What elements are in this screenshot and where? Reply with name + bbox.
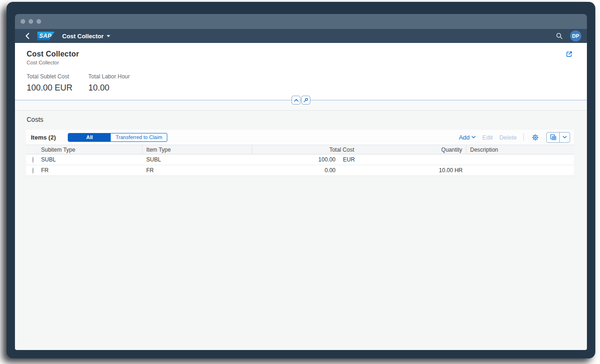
pin-icon xyxy=(303,98,308,103)
kpi-value: 10.00 xyxy=(88,83,130,93)
costs-section: Costs Items (2) All Transferred to Claim… xyxy=(15,111,587,350)
cell-total-cost: 0.00 xyxy=(252,165,339,175)
avatar[interactable]: DP xyxy=(570,30,581,42)
shell-title-text: Cost Collector xyxy=(62,33,104,40)
row-select-cell xyxy=(26,165,37,175)
page-subtitle: Cost Collector xyxy=(27,60,576,65)
column-header-total-cost[interactable]: Total Cost xyxy=(252,145,358,154)
items-count-label: Items (2) xyxy=(31,134,56,141)
avatar-initials: DP xyxy=(572,33,579,39)
cell-item-type: FR xyxy=(143,165,252,175)
filter-segmented-control: All Transferred to Claim xyxy=(68,133,167,142)
page-title: Cost Collector xyxy=(27,50,576,58)
cell-description xyxy=(466,165,574,175)
kpi-value: 100.00 EUR xyxy=(27,83,72,93)
back-button[interactable] xyxy=(21,31,34,41)
export-menu-button[interactable] xyxy=(559,133,570,142)
chevron-left-icon xyxy=(25,33,29,39)
cell-currency xyxy=(339,165,358,175)
cell-quantity xyxy=(358,154,466,165)
segment-transferred-to-claim[interactable]: Transferred to Claim xyxy=(110,133,167,141)
window-dot[interactable] xyxy=(21,19,25,24)
row-radio-button[interactable] xyxy=(32,168,34,174)
app-title-menu[interactable]: Cost Collector xyxy=(62,33,110,40)
row-select-cell xyxy=(26,154,37,165)
costs-table: Items (2) All Transferred to Claim Add xyxy=(26,130,574,176)
table-header-row: Subitem Type Item Type Total Cost Quanti… xyxy=(26,145,574,154)
cell-currency: EUR xyxy=(339,154,358,165)
share-button[interactable] xyxy=(565,50,573,60)
chevron-down-icon xyxy=(107,35,110,37)
collapse-header-button[interactable] xyxy=(292,96,300,105)
sap-logo-text: SAP xyxy=(39,33,51,39)
sap-logo-icon[interactable]: SAP xyxy=(37,32,55,41)
export-button[interactable] xyxy=(547,133,559,142)
toolbar-separator xyxy=(523,133,524,141)
share-arrow-icon xyxy=(565,50,573,58)
segment-all[interactable]: All xyxy=(68,133,110,141)
cell-quantity: 10.00 HR xyxy=(358,165,466,175)
section-title: Costs xyxy=(27,116,587,123)
search-icon xyxy=(556,33,563,39)
kpi-total-sublet-cost: Total Sublet Cost 100.00 EUR xyxy=(27,73,72,93)
cell-total-cost: 100.00 xyxy=(252,154,339,165)
column-header-subitem-type[interactable]: Subitem Type xyxy=(37,145,143,154)
shell-bar: SAP Cost Collector DP xyxy=(15,29,587,43)
column-header-description[interactable]: Description xyxy=(466,145,574,154)
delete-button[interactable]: Delete xyxy=(499,134,517,141)
gear-icon xyxy=(532,134,539,141)
window-titlebar xyxy=(15,14,587,29)
page-content: Cost Collector Cost Collector Total Subl… xyxy=(15,43,587,350)
row-radio-button[interactable] xyxy=(32,157,34,163)
table-settings-button[interactable] xyxy=(530,133,540,142)
table-toolbar: Items (2) All Transferred to Claim Add xyxy=(26,130,574,145)
kpi-total-labor-hour: Total Labor Hour 10.00 xyxy=(88,73,130,93)
shell-actions: DP xyxy=(554,30,581,42)
kpi-label: Total Sublet Cost xyxy=(27,73,72,80)
column-header-item-type[interactable]: Item Type xyxy=(143,145,252,154)
cell-description xyxy=(466,154,574,165)
table-actions: Add Edit Delete xyxy=(459,132,570,143)
browser-window-frame: SAP Cost Collector DP xyxy=(7,2,595,358)
window-dot[interactable] xyxy=(29,19,33,24)
chevron-up-icon xyxy=(294,99,299,102)
edit-button[interactable]: Edit xyxy=(482,134,493,141)
pin-header-button[interactable] xyxy=(301,96,310,105)
kpi-label: Total Labor Hour xyxy=(88,73,130,80)
chevron-down-icon xyxy=(471,136,476,139)
select-column-header xyxy=(26,145,37,154)
app-window: SAP Cost Collector DP xyxy=(15,14,587,350)
column-header-quantity[interactable]: Quantity xyxy=(358,145,466,154)
cell-subitem-type: SUBL xyxy=(37,154,143,165)
kpi-row: Total Sublet Cost 100.00 EUR Total Labor… xyxy=(27,73,576,93)
chevron-down-icon xyxy=(563,136,567,139)
cell-item-type: SUBL xyxy=(143,154,252,165)
window-dot[interactable] xyxy=(36,19,41,24)
object-page-header: Cost Collector Cost Collector Total Subl… xyxy=(15,43,587,100)
add-button-label: Add xyxy=(459,134,470,141)
add-button[interactable]: Add xyxy=(459,134,476,141)
export-split-button xyxy=(546,132,570,143)
table-row[interactable]: SUBL SUBL 100.00 EUR xyxy=(26,154,574,165)
search-button[interactable] xyxy=(554,31,564,41)
cell-subitem-type: FR xyxy=(37,165,143,175)
table-row[interactable]: FR FR 0.00 10.00 HR xyxy=(26,165,574,176)
export-spreadsheet-icon xyxy=(550,134,557,140)
